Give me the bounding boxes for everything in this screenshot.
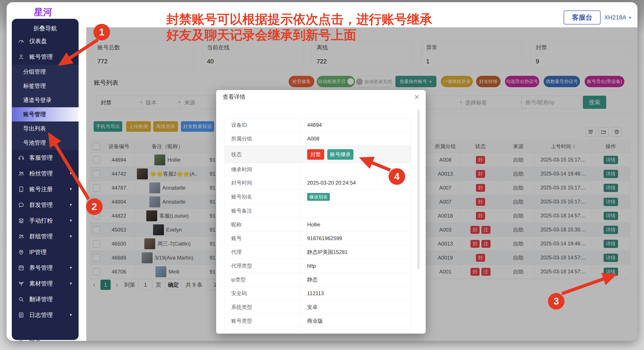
- modal-detail-table: 设备ID44694 所属分组A008 状态 封禁 账号继承 继承时间 封号时间2…: [224, 118, 411, 330]
- step-circle-3: 3: [548, 293, 564, 309]
- sidebar-item-manual-fans[interactable]: 手动打粉 ▼: [12, 213, 78, 228]
- edit-alias-button[interactable]: 修改别名: [307, 193, 330, 201]
- gauge-icon: [18, 38, 24, 44]
- sidebar-item-label: 日志管理: [29, 311, 64, 319]
- sidebar-item-label: 粉丝管理: [29, 170, 64, 177]
- modal-header: 查看详情 ×: [216, 90, 426, 104]
- sidebar-subitem-pool-mgmt[interactable]: 号池管理: [12, 136, 78, 150]
- service-desk-button[interactable]: 客服台: [564, 11, 600, 25]
- sidebar-item-account-register[interactable]: 账号注册 ▼: [12, 181, 78, 197]
- chevron-up-icon: ▲: [69, 55, 72, 59]
- sidebar-item-material-mgmt[interactable]: 素材管理 ▼: [12, 276, 78, 291]
- field-label: 账号备注: [225, 204, 301, 218]
- close-icon[interactable]: ×: [414, 93, 419, 101]
- field-value: [301, 204, 411, 218]
- field-label: 继承时间: [225, 163, 301, 176]
- account-inherit-button[interactable]: 账号继承: [327, 149, 354, 160]
- tablet-icon: [18, 186, 24, 192]
- chat-icon: [18, 202, 24, 208]
- chevron-down-icon: ▼: [69, 187, 72, 191]
- sidebar-subitem-tag-mgmt[interactable]: 标签管理: [12, 79, 78, 93]
- field-value: 安卓: [301, 300, 411, 314]
- sidebar-collapse-toggle[interactable]: 折叠导航: [12, 19, 78, 33]
- pin-icon: [18, 249, 24, 255]
- sidebar-subitem-export-list[interactable]: 导出列表: [12, 122, 78, 136]
- sidebar-item-label: IP管理: [29, 248, 72, 256]
- field-label: 封号时间: [225, 176, 301, 190]
- field-label: 账号别名: [225, 190, 301, 204]
- field-label: 昵称: [225, 218, 301, 231]
- sidebar-item-label: 手动打粉: [29, 217, 64, 225]
- field-value: Hollie: [301, 218, 411, 231]
- doc-icon: [18, 312, 24, 318]
- annotation-line-1: 封禁账号可以根据提示依次点击，进行账号继承: [166, 11, 432, 27]
- modal-scrollbar[interactable]: [418, 110, 420, 269]
- chevron-down-icon: ▼: [69, 203, 72, 207]
- field-value: 静态IP美国15281: [301, 245, 411, 259]
- user-menu[interactable]: XH218A ▼: [604, 13, 632, 22]
- service-desk-label: 客服台: [572, 13, 592, 22]
- sidebar: 折叠导航 仪表盘 账号管理 ▲ 分组管理 标签管理 通道号登录 账号管理 导出列…: [12, 19, 78, 340]
- users-icon: [18, 170, 24, 177]
- sidebar-item-mass-send[interactable]: 群发管理 ▼: [12, 197, 78, 213]
- field-label: 系统类型: [225, 300, 301, 314]
- sidebar-item-label: 群组管理: [29, 232, 64, 240]
- headset-icon: [18, 154, 24, 161]
- chevron-down-icon: ▼: [69, 282, 72, 285]
- field-value: 商业版: [301, 314, 411, 328]
- sidebar-item-label: 设置: [29, 337, 41, 341]
- chevron-down-icon: ▼: [69, 313, 72, 317]
- detail-modal: 查看详情 × 设备ID44694 所属分组A008 状态 封禁 账号继承 继承时…: [216, 90, 426, 334]
- step-circle-1: 1: [94, 24, 110, 41]
- calendar-icon: [18, 265, 24, 271]
- field-label: 账号类型: [225, 314, 301, 328]
- chevron-down-icon: ▼: [69, 172, 72, 175]
- sidebar-item-account-mgmt[interactable]: 账号管理 ▲: [12, 49, 78, 65]
- sidebar-item-label: 素材管理: [29, 280, 64, 287]
- field-value: 44694: [301, 118, 411, 132]
- sidebar-item-label: 翻译管理: [29, 295, 72, 303]
- sidebar-item-translate-mgmt[interactable]: 翻译管理: [12, 291, 78, 307]
- annotation-line-2: 好友及聊天记录会继承到新号上面: [166, 27, 432, 43]
- sidebar-item-label: 账号管理: [29, 53, 64, 61]
- chevron-down-icon: ▼: [69, 234, 72, 238]
- user-icon: [18, 54, 24, 60]
- plant-icon: [18, 280, 24, 287]
- sidebar-item-customer-service[interactable]: 客服管理: [12, 150, 78, 166]
- field-value: 静态: [301, 273, 411, 286]
- sidebar-item-nurture-mgmt[interactable]: 养号管理 ▼: [12, 260, 78, 276]
- sidebar-item-label: 客服管理: [29, 154, 72, 162]
- chevron-down-icon: ▼: [69, 219, 72, 223]
- sidebar-item-label: 养号管理: [29, 264, 64, 272]
- sidebar-subitem-group-mgmt[interactable]: 分组管理: [12, 65, 78, 79]
- chevron-down-icon: ▼: [628, 16, 632, 20]
- sidebar-subitem-channel-login[interactable]: 通道号登录: [12, 93, 78, 107]
- field-label: 所属分组: [225, 132, 301, 146]
- sidebar-item-log-mgmt[interactable]: 日志管理 ▼: [12, 307, 78, 323]
- step-circle-2: 2: [86, 198, 102, 215]
- ban-status-button[interactable]: 封禁: [307, 149, 324, 160]
- sidebar-subitem-account-mgmt-active[interactable]: 账号管理: [12, 107, 78, 122]
- app-logo: 星河: [6, 6, 80, 18]
- step-circle-4: 4: [388, 168, 405, 185]
- field-value: http: [301, 259, 411, 273]
- field-value: 112113: [301, 287, 411, 300]
- field-label: 设备ID: [225, 118, 301, 132]
- sidebar-item-label: 仪表盘: [29, 37, 72, 45]
- annotation-text: 封禁账号可以根据提示依次点击，进行账号继承 好友及聊天记录会继承到新号上面: [166, 11, 432, 43]
- chevron-down-icon: ▼: [69, 266, 72, 270]
- sidebar-item-label: 账号注册: [29, 185, 64, 193]
- field-label: 代理类型: [225, 259, 301, 273]
- field-label: 状态: [225, 146, 301, 163]
- field-label: 安全码: [225, 287, 301, 300]
- field-value: 918761962599: [301, 232, 411, 245]
- field-label: 账号: [225, 232, 301, 245]
- modal-title: 查看详情: [223, 93, 245, 101]
- sidebar-item-ip-mgmt[interactable]: IP管理: [12, 244, 78, 260]
- sidebar-item-dashboard[interactable]: 仪表盘: [12, 33, 78, 49]
- sidebar-item-group-chat-mgmt[interactable]: 群组管理 ▼: [12, 228, 78, 244]
- sidebar-item-settings[interactable]: 设置: [12, 337, 85, 341]
- user-name: XH218A: [604, 14, 626, 21]
- sidebar-item-fans-mgmt[interactable]: 粉丝管理 ▼: [12, 166, 78, 181]
- users-icon: [18, 233, 24, 240]
